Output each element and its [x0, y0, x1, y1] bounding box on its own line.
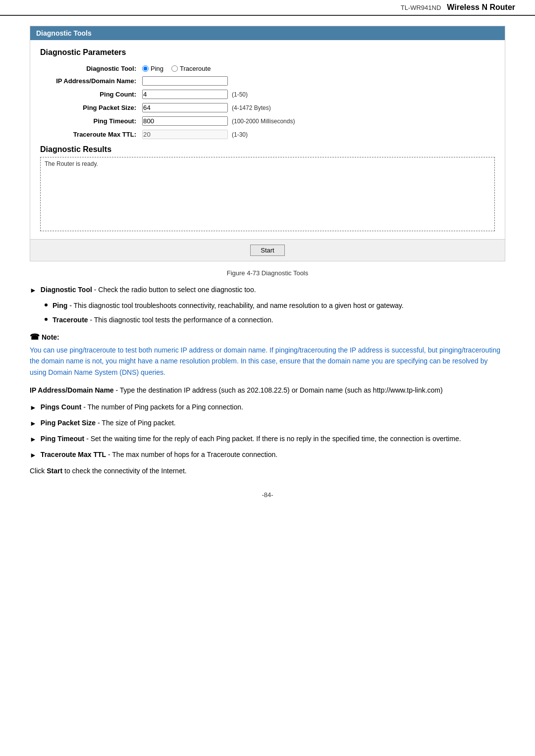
note-icon: ☎	[30, 332, 40, 342]
header-model: TL-WR941ND	[401, 4, 441, 11]
ping-packet-input[interactable]	[142, 103, 228, 112]
ping-timeout-rest: - Set the waiting time for the reply of …	[84, 435, 461, 443]
pings-count-item: ► Pings Count - The number of Ping packe…	[30, 402, 505, 413]
traceroute-sub-bold: Traceroute	[53, 316, 88, 324]
diag-tool-label: Diagnostic Tool:	[40, 63, 139, 74]
ip-row: IP Address/Domain Name:	[40, 74, 495, 88]
ip-value-cell	[139, 74, 495, 88]
main-desc-list: ► Diagnostic Tool - Check the radio butt…	[30, 285, 505, 296]
arrow-bullet-4: ►	[30, 434, 37, 445]
ping-sub-item: Ping - This diagnostic tool troubleshoot…	[45, 301, 505, 311]
diagnostic-tools-box: Diagnostic Tools Diagnostic Parameters D…	[30, 26, 505, 261]
diag-tool-value: Ping Traceroute	[139, 63, 495, 74]
ping-timeout-bold: Ping Timeout	[41, 435, 84, 443]
ping-sub-bold: Ping	[53, 302, 67, 309]
diag-tool-desc-text: Diagnostic Tool - Check the radio button…	[41, 285, 256, 295]
dot-bullet-traceroute	[45, 318, 48, 321]
traceroute-ttl-label: Traceroute Max TTL:	[40, 128, 139, 141]
traceroute-radio[interactable]	[171, 65, 178, 72]
traceroute-sub-item: Traceroute - This diagnostic tool tests …	[45, 315, 505, 325]
sub-list: Ping - This diagnostic tool troubleshoot…	[30, 301, 505, 325]
traceroute-radio-item[interactable]: Traceroute	[171, 65, 211, 72]
button-area: Start	[30, 239, 505, 261]
ip-para: IP Address/Domain Name - Type the destin…	[30, 385, 505, 396]
ping-packet-hint: (4-1472 Bytes)	[232, 104, 271, 111]
traceroute-ttl-input	[142, 130, 228, 139]
page-number: -84-	[262, 491, 273, 499]
ping-radio-item[interactable]: Ping	[142, 65, 163, 72]
arrow-bullet-2: ►	[30, 403, 37, 413]
pings-count-list: ► Pings Count - The number of Ping packe…	[30, 402, 505, 460]
diag-tool-row: Diagnostic Tool: Ping Traceroute	[40, 63, 495, 74]
arrow-bullet-3: ►	[30, 418, 37, 429]
ping-timeout-value-cell: (100-2000 Milliseconds)	[139, 114, 495, 128]
diag-box-header: Diagnostic Tools	[30, 26, 505, 40]
ping-timeout-label: Ping Timeout:	[40, 114, 139, 128]
start-button[interactable]: Start	[250, 245, 284, 256]
note-text: You can use ping/traceroute to test both…	[30, 345, 505, 378]
ping-timeout-hint: (100-2000 Milliseconds)	[232, 118, 295, 125]
pings-count-text: Pings Count - The number of Ping packets…	[41, 402, 243, 412]
ping-timeout-item: ► Ping Timeout - Set the waiting time fo…	[30, 434, 505, 445]
traceroute-ttl-row: Traceroute Max TTL: (1-30)	[40, 128, 495, 141]
radio-group: Ping Traceroute	[142, 65, 492, 72]
click-start-prefix: Click	[30, 467, 47, 475]
arrow-bullet-5: ►	[30, 450, 37, 460]
pings-count-bold: Pings Count	[41, 403, 81, 411]
click-start-para: Click Start to check the connectivity of…	[30, 465, 505, 476]
ping-count-row: Ping Count: (1-50)	[40, 88, 495, 101]
traceroute-sub-text: Traceroute - This diagnostic tool tests …	[53, 315, 273, 325]
ping-packet-value-cell: (4-1472 Bytes)	[139, 101, 495, 114]
traceroute-ttl-item: ► Traceroute Max TTL - The max number of…	[30, 450, 505, 460]
note-label: ☎ Note:	[30, 332, 505, 342]
results-box: The Router is ready.	[40, 157, 495, 231]
ping-count-input[interactable]	[142, 90, 228, 99]
dot-bullet-ping	[45, 303, 48, 306]
parameters-table: Diagnostic Tool: Ping Traceroute	[40, 63, 495, 141]
ip-para-bold: IP Address/Domain Name	[30, 386, 114, 394]
ping-packet-size-bold: Ping Packet Size	[41, 419, 96, 427]
ping-count-value-cell: (1-50)	[139, 88, 495, 101]
ping-sub-text: Ping - This diagnostic tool troubleshoot…	[53, 301, 404, 311]
pings-count-rest: - The number of Ping packets for a Ping …	[81, 403, 243, 411]
note-label-text: Note:	[42, 333, 59, 341]
diag-box-body: Diagnostic Parameters Diagnostic Tool: P…	[30, 40, 505, 239]
ping-timeout-input[interactable]	[142, 116, 228, 126]
diag-tool-desc-item: ► Diagnostic Tool - Check the radio butt…	[30, 285, 505, 296]
ping-packet-size-item: ► Ping Packet Size - The size of Ping pa…	[30, 418, 505, 429]
page-header: TL-WR941ND Wireless N Router	[0, 0, 535, 16]
ip-para-rest: - Type the destination IP address (such …	[114, 386, 443, 394]
ping-packet-label: Ping Packet Size:	[40, 101, 139, 114]
parameters-title: Diagnostic Parameters	[40, 48, 495, 57]
traceroute-sub-rest: - This diagnostic tool tests the perform…	[88, 316, 273, 324]
traceroute-ttl-rest: - The max number of hops for a Tracerout…	[106, 451, 277, 458]
ping-radio[interactable]	[142, 65, 149, 72]
ping-packet-size-text: Ping Packet Size - The size of Ping pack…	[41, 418, 176, 428]
results-title: Diagnostic Results	[40, 145, 495, 154]
note-section: ☎ Note: You can use ping/traceroute to t…	[30, 332, 505, 378]
traceroute-ttl-text: Traceroute Max TTL - The max number of h…	[41, 450, 277, 460]
ping-packet-size-rest: - The size of Ping packet.	[96, 419, 176, 427]
ping-timeout-row: Ping Timeout: (100-2000 Milliseconds)	[40, 114, 495, 128]
header-title: Wireless N Router	[447, 3, 515, 12]
traceroute-ttl-bold: Traceroute Max TTL	[41, 451, 106, 458]
ip-input[interactable]	[142, 76, 228, 86]
ip-label: IP Address/Domain Name:	[40, 74, 139, 88]
page-footer: -84-	[30, 491, 505, 499]
click-start-bold: Start	[47, 467, 62, 475]
diag-tool-rest: - Check the radio button to select one d…	[92, 286, 256, 294]
page-content: Diagnostic Tools Diagnostic Parameters D…	[0, 26, 535, 499]
ping-timeout-text: Ping Timeout - Set the waiting time for …	[41, 434, 461, 444]
traceroute-radio-label: Traceroute	[180, 65, 211, 72]
results-text: The Router is ready.	[45, 160, 98, 167]
arrow-bullet-1: ►	[30, 285, 37, 296]
traceroute-ttl-value-cell: (1-30)	[139, 128, 495, 141]
diag-tool-bold: Diagnostic Tool	[41, 286, 92, 294]
ping-count-label: Ping Count:	[40, 88, 139, 101]
ping-count-hint: (1-50)	[232, 91, 248, 98]
ping-radio-label: Ping	[151, 65, 163, 72]
figure-caption: Figure 4-73 Diagnostic Tools	[30, 269, 505, 277]
traceroute-ttl-hint: (1-30)	[232, 131, 248, 138]
click-start-rest: to check the connectivity of the Interne…	[62, 467, 187, 475]
ping-packet-row: Ping Packet Size: (4-1472 Bytes)	[40, 101, 495, 114]
